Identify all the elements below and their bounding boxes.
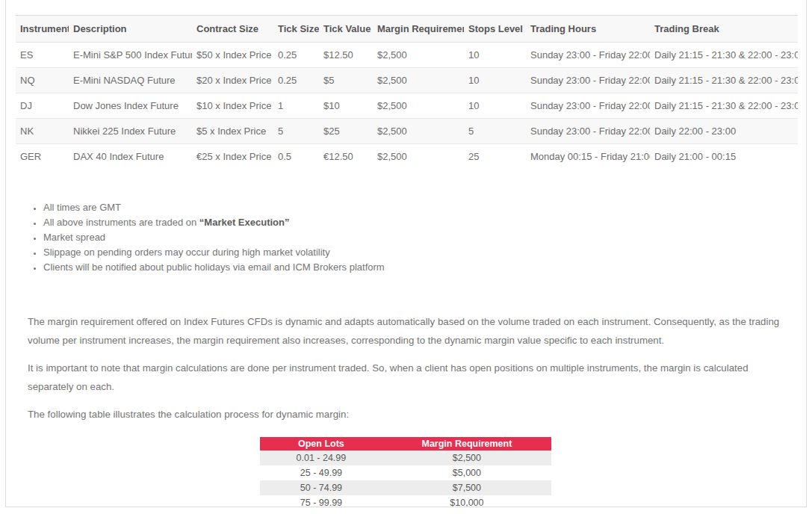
cell-stops-level: 10 [464, 43, 526, 68]
cell-instrument: DJ [16, 93, 69, 119]
cell-trading-hours: Monday 00:15 - Friday 21:00 [526, 144, 650, 170]
cell-trading-hours: Sunday 23:00 - Friday 22:00 [526, 68, 650, 93]
paragraph-per-instrument-calculation: It is important to note that margin calc… [28, 359, 784, 396]
cell-instrument: NQ [16, 68, 69, 93]
cell-margin-requirement: $2,500 [373, 68, 464, 93]
cell-instrument: GER [16, 144, 69, 170]
note-text: All above instruments are traded on [43, 217, 199, 228]
cell-tick-size: 0.25 [273, 43, 319, 68]
cell-open-lots: 25 - 49.99 [260, 465, 382, 480]
cell-description: E-Mini S&P 500 Index Future [69, 43, 192, 68]
cell-description: Dow Jones Index Future [69, 93, 192, 119]
paragraph-table-intro: The following table illustrates the calc… [28, 405, 784, 424]
note-bold-text: “Market Execution” [199, 217, 290, 228]
table-row-ger: GER DAX 40 Index Future €25 x Index Pric… [16, 144, 798, 170]
margin-tier-row-2: 25 - 49.99 $5,000 [260, 465, 551, 480]
column-header-margin-requirement: Margin Requirement [373, 16, 464, 43]
cell-instrument: NK [16, 119, 69, 144]
cell-tick-value: $10 [319, 93, 373, 119]
cell-trading-hours: Sunday 23:00 - Friday 22:00 [526, 119, 650, 144]
column-header-margin-requirement: Margin Requirement [382, 437, 551, 450]
margin-tier-row-4: 75 - 99.99 $10,000 [260, 495, 551, 507]
cell-margin-requirement: $2,500 [373, 93, 464, 119]
cell-description: E-Mini NASDAQ Future [69, 68, 192, 93]
column-header-tick-value: Tick Value [319, 16, 373, 43]
cell-tick-value: €12.50 [319, 144, 373, 170]
table-row-nk: NK Nikkei 225 Index Future $5 x Index Pr… [16, 119, 798, 144]
cell-stops-level: 10 [464, 93, 526, 119]
cell-trading-break: Daily 22:00 - 23:00 [650, 119, 798, 144]
margin-tier-row-1: 0.01 - 24.99 $2,500 [260, 450, 551, 465]
note-text: Clients will be notified about public ho… [43, 261, 385, 273]
column-header-instrument: Instrument [16, 16, 69, 43]
cell-contract-size: $20 x Index Price [192, 68, 273, 93]
cell-margin-requirement: $2,500 [373, 119, 464, 144]
column-header-stops-level: Stops Level [464, 16, 526, 43]
column-header-trading-hours: Trading Hours [526, 16, 650, 43]
cell-open-lots: 0.01 - 24.99 [260, 450, 382, 465]
table-row-nq: NQ E-Mini NASDAQ Future $20 x Index Pric… [16, 68, 798, 93]
cell-trading-hours: Sunday 23:00 - Friday 22:00 [526, 43, 650, 68]
cell-tick-size: 0.25 [273, 68, 319, 93]
table-row-dj: DJ Dow Jones Index Future $10 x Index Pr… [16, 93, 798, 119]
cell-description: DAX 40 Index Future [69, 144, 192, 170]
margin-tier-row-3: 50 - 74.99 $7,500 [260, 480, 551, 495]
cell-description: Nikkei 225 Index Future [69, 119, 192, 144]
cell-tick-size: 0.5 [273, 144, 319, 170]
cell-stops-level: 5 [464, 119, 526, 144]
cell-tick-size: 1 [273, 93, 319, 119]
spec-header-row: Instrument Description Contract Size Tic… [16, 16, 798, 43]
cell-trading-break: Daily 21:15 - 21:30 & 22:00 - 23:00 [650, 43, 798, 68]
notes-list: All times are GMT All above instruments … [6, 200, 806, 275]
margin-table-header-row: Open Lots Margin Requirement [260, 437, 551, 450]
column-header-open-lots: Open Lots [260, 437, 382, 450]
page-container: Instrument Description Contract Size Tic… [5, 0, 807, 507]
cell-tick-value: $25 [319, 119, 373, 144]
column-header-trading-break: Trading Break [650, 16, 798, 43]
note-text: Market spread [43, 232, 105, 243]
cell-margin-requirement: $2,500 [382, 450, 551, 465]
cell-tick-value: $12.50 [319, 43, 373, 68]
cell-margin-requirement: $2,500 [373, 43, 464, 68]
cell-trading-break: Daily 21:15 - 21:30 & 22:00 - 23:00 [650, 68, 798, 93]
cell-trading-break: Daily 21:00 - 00:15 [650, 144, 798, 170]
cell-margin-requirement: $7,500 [382, 480, 551, 495]
cell-tick-size: 5 [273, 119, 319, 144]
cell-tick-value: $5 [319, 68, 373, 93]
cell-contract-size: €25 x Index Price [192, 144, 273, 170]
column-header-tick-size: Tick Size [273, 16, 319, 43]
cell-margin-requirement: $5,000 [382, 465, 551, 480]
note-text: All times are GMT [43, 202, 121, 213]
cell-stops-level: 10 [464, 68, 526, 93]
note-item-gmt: All times are GMT [43, 200, 806, 215]
instrument-specs-table: Instrument Description Contract Size Tic… [16, 15, 798, 169]
cell-contract-size: $10 x Index Price [192, 93, 273, 119]
cell-instrument: ES [16, 43, 69, 68]
note-item-market-execution: All above instruments are traded on “Mar… [43, 215, 806, 230]
cell-margin-requirement: $2,500 [373, 144, 464, 170]
note-item-market-spread: Market spread [43, 230, 806, 245]
cell-trading-hours: Sunday 23:00 - Friday 22:00 [526, 93, 650, 119]
note-text: Slippage on pending orders may occur dur… [43, 247, 330, 258]
cell-open-lots: 75 - 99.99 [260, 495, 382, 507]
dynamic-margin-table: Open Lots Margin Requirement 0.01 - 24.9… [260, 437, 551, 507]
column-header-description: Description [69, 16, 192, 43]
cell-stops-level: 25 [464, 144, 526, 170]
cell-open-lots: 50 - 74.99 [260, 480, 382, 495]
table-row-es: ES E-Mini S&P 500 Index Future $50 x Ind… [16, 43, 798, 68]
column-header-contract-size: Contract Size [192, 16, 273, 43]
note-item-slippage: Slippage on pending orders may occur dur… [43, 245, 806, 260]
cell-margin-requirement: $10,000 [382, 495, 551, 507]
note-item-holidays: Clients will be notified about public ho… [43, 260, 806, 275]
cell-contract-size: $50 x Index Price [192, 43, 273, 68]
paragraph-dynamic-margin: The margin requirement offered on Index … [28, 312, 784, 350]
cell-trading-break: Daily 21:15 - 21:30 & 22:00 - 23:00 [650, 93, 798, 119]
cell-contract-size: $5 x Index Price [192, 119, 273, 144]
